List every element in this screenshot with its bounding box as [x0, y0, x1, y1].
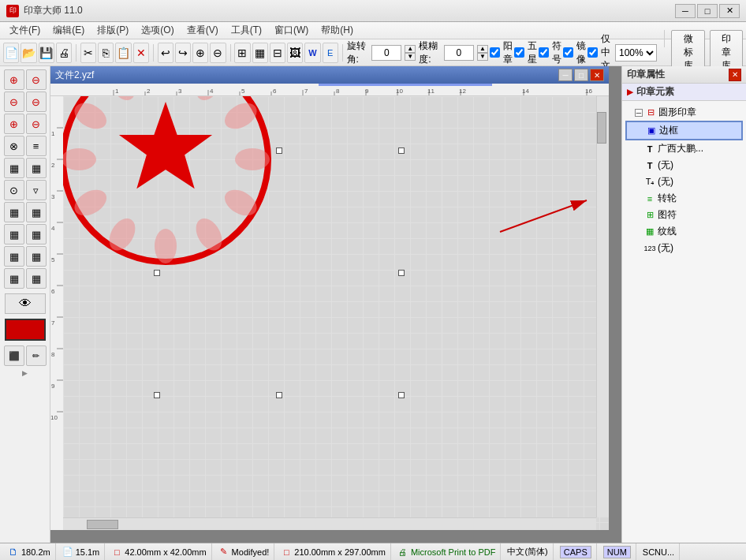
- minimize-button[interactable]: ─: [675, 4, 696, 18]
- rotation-input[interactable]: 0: [371, 45, 401, 61]
- ungroup-button[interactable]: ⊟: [270, 43, 285, 63]
- word-button[interactable]: W: [304, 43, 320, 63]
- lt-btn-14[interactable]: ▦: [26, 202, 47, 222]
- lt-btn-9[interactable]: ▦: [4, 158, 24, 178]
- lt-btn-4[interactable]: ⊖: [26, 91, 47, 112]
- handle-bl[interactable]: [154, 392, 160, 398]
- fuzzy-up[interactable]: ▲: [477, 45, 488, 53]
- yangzhang-checkbox[interactable]: [490, 47, 500, 58]
- panel-close-button[interactable]: ✕: [729, 69, 741, 81]
- open-button[interactable]: 📂: [21, 43, 36, 63]
- menu-tools[interactable]: 工具(T): [225, 22, 268, 39]
- zoom-in-button[interactable]: ⊕: [192, 43, 208, 63]
- canvas-content[interactable]: [63, 96, 609, 530]
- inner-window: 文件2.yzf ─ □ ✕ // Will be rendered via SV…: [50, 66, 609, 530]
- eye-button[interactable]: 👁: [5, 293, 46, 314]
- lt-icon-1[interactable]: ⬛: [4, 345, 24, 366]
- menu-file[interactable]: 文件(F): [3, 22, 47, 39]
- menu-window[interactable]: 窗口(W): [268, 22, 315, 39]
- close-button[interactable]: ✕: [719, 4, 740, 18]
- print-button[interactable]: 🖨: [56, 43, 72, 63]
- align-button[interactable]: ⊞: [234, 43, 250, 63]
- inner-max-button[interactable]: □: [574, 69, 588, 81]
- redo-button[interactable]: ↪: [175, 43, 191, 63]
- fuzzy-down[interactable]: ▼: [477, 53, 488, 61]
- ruler-v-container: 1 2 3 4 5 6 7 8: [50, 96, 609, 530]
- lt-btn-17[interactable]: ▦: [4, 246, 24, 267]
- lt-btn-1[interactable]: ⊕: [4, 69, 24, 90]
- lt-btn-15[interactable]: ▦: [4, 224, 24, 245]
- wuxing-checkbox[interactable]: [514, 47, 524, 58]
- excel-button[interactable]: E: [323, 43, 338, 63]
- tree-item-zhuanlun[interactable]: ≡ 转轮: [625, 190, 743, 207]
- rotation-down[interactable]: ▼: [405, 53, 416, 61]
- lt-btn-10[interactable]: ▦: [26, 158, 47, 178]
- tree-item-text1[interactable]: T 广西大鹏...: [625, 140, 743, 157]
- tree-label-tufu: 图符: [658, 208, 677, 222]
- menu-layout[interactable]: 排版(P): [91, 22, 135, 39]
- copy-button[interactable]: ⎘: [98, 43, 114, 63]
- vertical-scrollbar[interactable]: [596, 96, 609, 517]
- svg-text:4: 4: [210, 88, 214, 95]
- fuhao-checkbox[interactable]: [539, 47, 549, 58]
- vscroll-thumb[interactable]: [597, 112, 606, 144]
- lt-btn-19[interactable]: ▦: [4, 268, 24, 289]
- jingxiang-checkbox[interactable]: [563, 47, 573, 58]
- lt-btn-16[interactable]: ▦: [26, 224, 47, 245]
- handle-mr[interactable]: [398, 270, 405, 276]
- maximize-button[interactable]: □: [697, 4, 718, 18]
- lt-btn-5[interactable]: ⊕: [4, 114, 24, 134]
- image-button[interactable]: 🖼: [287, 43, 303, 63]
- undo-button[interactable]: ↩: [158, 43, 173, 63]
- handle-br[interactable]: [398, 392, 405, 398]
- tree-item-wenxian[interactable]: ▦ 纹线: [625, 223, 743, 240]
- handle-tr[interactable]: [398, 147, 405, 154]
- menu-options[interactable]: 选项(O): [135, 22, 180, 39]
- handle-tc[interactable]: [276, 147, 282, 154]
- save-button[interactable]: 💾: [39, 43, 54, 63]
- new-button[interactable]: 📄: [3, 43, 19, 63]
- lt-btn-6[interactable]: ⊖: [26, 114, 47, 134]
- color-box[interactable]: [5, 319, 46, 341]
- tree-item-root[interactable]: ─ ⊟ 圆形印章: [625, 104, 743, 121]
- only-chinese-checkbox[interactable]: [587, 47, 598, 58]
- tree-item-none1[interactable]: T (无): [625, 157, 743, 174]
- lt-btn-11[interactable]: ⊙: [4, 180, 24, 200]
- menu-help[interactable]: 帮助(H): [315, 22, 360, 39]
- lt-btn-20[interactable]: ▦: [26, 268, 47, 289]
- horizontal-scrollbar[interactable]: [63, 517, 596, 530]
- lt-btn-18[interactable]: ▦: [26, 246, 47, 267]
- tree-item-tufu[interactable]: ⊞ 图符: [625, 207, 743, 223]
- expand-btn[interactable]: ▶: [22, 369, 28, 377]
- lt-btn-12[interactable]: ▿: [26, 180, 47, 200]
- group-button[interactable]: ▦: [252, 43, 268, 63]
- lt-btn-7[interactable]: ⊗: [4, 136, 24, 156]
- svg-point-53: [191, 96, 227, 105]
- lt-btn-13[interactable]: ▦: [4, 202, 24, 222]
- sep4: [342, 44, 343, 62]
- handle-ml[interactable]: [154, 270, 160, 276]
- svg-text:3: 3: [51, 193, 55, 200]
- cut-button[interactable]: ✂: [80, 43, 96, 63]
- zoom-out-button[interactable]: ⊖: [210, 43, 226, 63]
- tree-expand-root[interactable]: ─: [635, 109, 643, 117]
- tree-item-none2[interactable]: T₄ (无): [625, 174, 743, 190]
- inner-min-button[interactable]: ─: [558, 69, 573, 81]
- tree-item-biankuang[interactable]: ▣ 边框: [625, 121, 743, 140]
- paste-button[interactable]: 📋: [115, 43, 131, 63]
- lt-btn-8[interactable]: ≡: [26, 136, 47, 156]
- fuzzy-input[interactable]: 0: [444, 45, 474, 61]
- menu-view[interactable]: 查看(V): [181, 22, 225, 39]
- inner-close-button[interactable]: ✕: [590, 69, 604, 81]
- menu-edit[interactable]: 编辑(E): [47, 22, 91, 39]
- tree-item-none3[interactable]: 123 (无): [625, 240, 743, 256]
- handle-bc[interactable]: [276, 392, 282, 398]
- lt-icon-2[interactable]: ✏: [26, 345, 47, 366]
- zoom-select[interactable]: 50% 75% 100% 125% 150% 200%: [615, 44, 657, 62]
- rotation-up[interactable]: ▲: [405, 45, 416, 53]
- lt-btn-3[interactable]: ⊖: [4, 91, 24, 112]
- status-size2-label: 15.1m: [76, 547, 100, 557]
- lt-btn-2[interactable]: ⊖: [26, 69, 47, 90]
- hscroll-thumb[interactable]: [87, 520, 118, 529]
- delete-button[interactable]: ✕: [133, 43, 149, 63]
